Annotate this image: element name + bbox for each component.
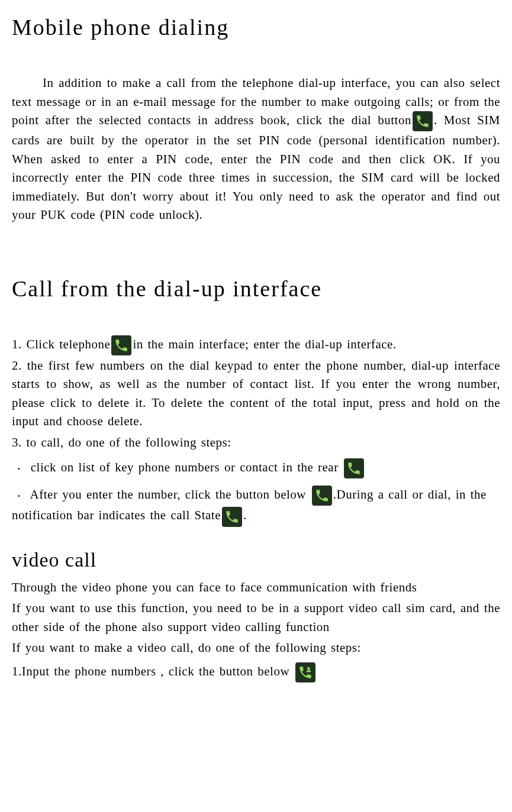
phone-handset-icon	[312, 486, 332, 506]
phone-handset-icon	[344, 458, 364, 478]
bullet-1: · click on list of key phone numbers or …	[12, 458, 500, 479]
intro-paragraph: In addition to make a call from the tele…	[12, 74, 500, 225]
video-para-2: If you want to use this function, you ne…	[12, 599, 500, 636]
video-step-1-text: 1.Input the phone numbers , click the bu…	[12, 664, 294, 678]
bullet-2-text-a: After you enter the number, click the bu…	[30, 487, 311, 502]
bullet-2: · After you enter the number, click the …	[12, 485, 500, 526]
bullet-2-text-c: .	[243, 508, 247, 522]
svg-point-0	[307, 667, 310, 670]
video-step-1: 1.Input the phone numbers , click the bu…	[12, 662, 500, 682]
phone-handset-icon	[413, 111, 433, 131]
page-title: Mobile phone dialing	[12, 11, 500, 44]
phone-handset-icon	[222, 507, 242, 527]
video-para-3: If you want to make a video call, do one…	[12, 639, 500, 658]
step-2: 2. the first few numbers on the dial key…	[12, 357, 500, 431]
step-1-text-b: in the main interface; enter the dial-up…	[133, 337, 396, 351]
bullet-1-text: click on list of key phone numbers or co…	[31, 460, 343, 474]
section-video-heading: video call	[12, 545, 500, 575]
bullet-dot-icon: ·	[12, 458, 26, 479]
video-para-1: Through the video phone you can face to …	[12, 578, 500, 597]
bullet-dot-icon: ·	[12, 485, 26, 506]
phone-handset-icon	[111, 335, 131, 355]
step-1: 1. Click telephonein the main interface;…	[12, 335, 500, 355]
step-1-text-a: 1. Click telephone	[12, 337, 110, 351]
section-dialup-heading: Call from the dial-up interface	[12, 272, 500, 306]
video-call-icon	[295, 662, 315, 682]
step-3: 3. to call, do one of the following step…	[12, 434, 500, 452]
